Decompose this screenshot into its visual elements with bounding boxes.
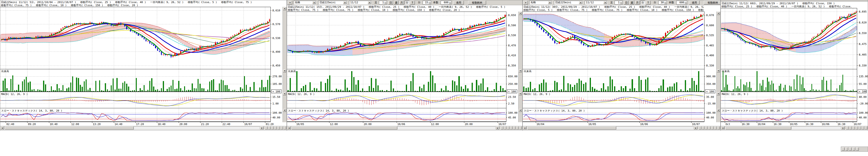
chart-tool-button[interactable] bbox=[717, 126, 720, 129]
scroll-right-button[interactable]: ▶ bbox=[694, 126, 698, 129]
scroll-right-button[interactable]: ▶ bbox=[260, 126, 264, 129]
section-collapse-button[interactable]: ▼ bbox=[717, 109, 720, 112]
section-collapse-button[interactable]: ▼ bbox=[519, 70, 522, 72]
scroll-right-button[interactable]: ▶ bbox=[841, 126, 845, 129]
section-collapse-button[interactable]: ▼ bbox=[283, 70, 286, 72]
chart-tool-button[interactable] bbox=[516, 126, 519, 129]
volume-bar bbox=[28, 82, 29, 91]
candlestick bbox=[841, 17, 842, 17]
scroll-left-button[interactable]: ◀ bbox=[287, 126, 291, 129]
volume-bar bbox=[45, 84, 46, 91]
volume-bar bbox=[12, 75, 13, 91]
chart-tool-button[interactable] bbox=[861, 126, 864, 129]
chart-tool-button[interactable] bbox=[858, 126, 861, 129]
chart-tool-button[interactable] bbox=[714, 126, 717, 129]
chart-tool-button[interactable] bbox=[855, 126, 858, 129]
candlestick bbox=[236, 34, 237, 35]
candlestick bbox=[789, 47, 790, 48]
chart-tool-button[interactable] bbox=[280, 126, 283, 129]
candlestick bbox=[443, 33, 444, 36]
scroll-left-button[interactable]: ◀ bbox=[721, 126, 724, 129]
chart-tool-button[interactable] bbox=[500, 126, 503, 129]
chart-tool-button[interactable] bbox=[510, 126, 513, 129]
chart-tool-button[interactable] bbox=[513, 126, 516, 129]
chart-tool-button[interactable] bbox=[705, 126, 708, 129]
scroll-left-button[interactable]: ◀ bbox=[523, 126, 527, 129]
section-collapse-button[interactable]: ▼ bbox=[283, 109, 286, 112]
section-collapse-button[interactable]: ▼ bbox=[717, 12, 720, 15]
volume-bar bbox=[774, 90, 775, 91]
chart-tool-button[interactable] bbox=[265, 126, 268, 129]
scroll-right-button[interactable]: ▶ bbox=[496, 126, 499, 129]
volume-bar bbox=[59, 88, 60, 91]
volume-bar bbox=[314, 88, 315, 91]
chart-tool-button[interactable] bbox=[283, 126, 286, 129]
section-collapse-button[interactable]: ▼ bbox=[519, 12, 522, 15]
volume-bar bbox=[822, 80, 822, 91]
chart-tool-button[interactable] bbox=[507, 126, 509, 129]
price-axis-label: 8,600 bbox=[706, 24, 714, 27]
stoch-section-label: スロー・ストキャスティクス( 14, 3, 80, 20 ) bbox=[722, 109, 783, 112]
volume-bar bbox=[169, 87, 170, 91]
horizontal-scrollbar[interactable]: ◀▶ bbox=[721, 126, 868, 130]
candlestick bbox=[366, 45, 368, 46]
chart-tool-button[interactable] bbox=[274, 126, 277, 129]
volume-bar bbox=[345, 79, 346, 91]
candlestick bbox=[826, 26, 827, 28]
scroll-thumb[interactable] bbox=[527, 126, 616, 129]
chart-tool-button[interactable] bbox=[849, 126, 852, 129]
volume-bar bbox=[140, 88, 141, 91]
candlestick bbox=[807, 42, 808, 43]
volume-bar bbox=[353, 77, 354, 92]
horizontal-scrollbar[interactable]: ◀▶ bbox=[0, 126, 286, 130]
volume-bar bbox=[754, 91, 754, 91]
volume-bar bbox=[596, 90, 597, 91]
chart-tool-button[interactable] bbox=[702, 126, 705, 129]
candlestick bbox=[817, 34, 818, 36]
chart-tool-button[interactable] bbox=[864, 126, 867, 129]
chart-tool-button[interactable] bbox=[271, 126, 274, 129]
volume-bar bbox=[149, 81, 151, 92]
chart-canvas-nikkei225mini-60min: 8,6958,6208,5508,4758,4058,330出来高135.005… bbox=[721, 0, 868, 130]
volume-bar bbox=[814, 91, 815, 91]
scroll-thumb[interactable] bbox=[5, 126, 134, 129]
volume-bar bbox=[78, 78, 79, 92]
volume-bar bbox=[419, 86, 420, 91]
section-collapse-button[interactable]: ▼ bbox=[519, 109, 522, 112]
volume-bar bbox=[182, 90, 183, 91]
scroll-thumb[interactable] bbox=[291, 126, 397, 129]
candlestick bbox=[816, 37, 816, 37]
volume-bar bbox=[238, 91, 239, 91]
horizontal-scrollbar[interactable]: ◀▶ bbox=[523, 126, 720, 130]
chart-tool-button[interactable] bbox=[699, 126, 702, 129]
section-collapse-button[interactable]: ▼ bbox=[283, 7, 286, 10]
volume-bar bbox=[603, 83, 604, 91]
chart-tool-button[interactable] bbox=[708, 126, 711, 129]
candlestick bbox=[362, 45, 363, 46]
chart-tool-button[interactable] bbox=[519, 126, 522, 129]
section-collapse-button[interactable]: ▼ bbox=[519, 92, 522, 95]
candlestick bbox=[28, 37, 29, 38]
volume-bar bbox=[848, 91, 849, 91]
volume-bar bbox=[338, 90, 339, 91]
scroll-left-button[interactable]: ◀ bbox=[0, 126, 4, 129]
indicator-line bbox=[524, 19, 703, 45]
trading-workspace: { "app": {"background": "#ffffff"}, "col… bbox=[0, 0, 868, 156]
volume-bar bbox=[371, 78, 372, 91]
chart-tool-button[interactable] bbox=[711, 126, 714, 129]
section-collapse-button[interactable]: ▼ bbox=[283, 92, 286, 95]
chart-tool-button[interactable] bbox=[268, 126, 271, 129]
candlestick bbox=[70, 25, 71, 26]
candlestick bbox=[39, 37, 40, 37]
volume-bar bbox=[800, 76, 800, 91]
volume-bar bbox=[745, 85, 745, 91]
chart-tool-button[interactable] bbox=[852, 126, 855, 129]
scroll-thumb[interactable] bbox=[725, 126, 791, 129]
chart-tool-button[interactable] bbox=[503, 126, 506, 129]
horizontal-scrollbar[interactable]: ◀▶ bbox=[287, 126, 522, 130]
indicator-line bbox=[721, 23, 856, 47]
section-collapse-button[interactable]: ▼ bbox=[717, 92, 720, 95]
chart-tool-button[interactable] bbox=[277, 126, 280, 129]
chart-tool-button[interactable] bbox=[846, 126, 849, 129]
section-collapse-button[interactable]: ▼ bbox=[717, 70, 720, 72]
